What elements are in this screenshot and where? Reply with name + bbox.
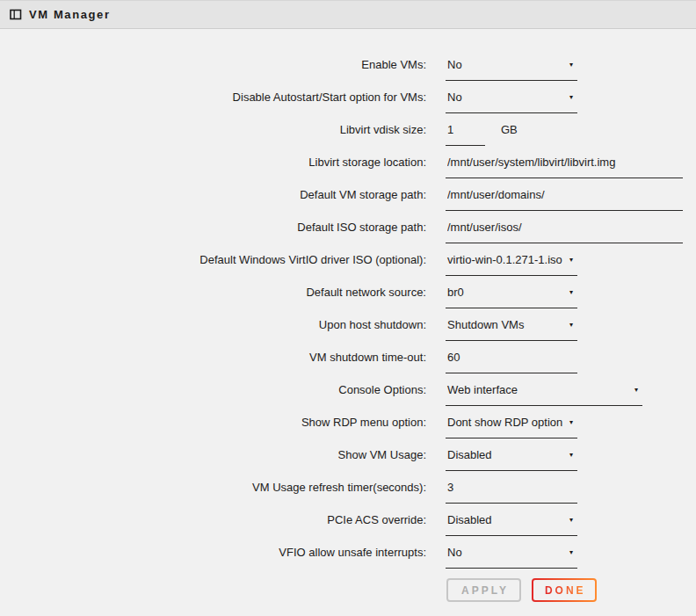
field-label-vm-shutdown-timeout: VM shutdown time-out:	[0, 351, 426, 365]
vfio-allow-unsafe-interrupts-selected-value: No	[446, 546, 462, 560]
field-label-vfio-allow-unsafe-interrupts: VFIO allow unsafe interrupts:	[0, 546, 426, 560]
disable-autostart-select[interactable]: No▾	[446, 91, 577, 113]
libvirt-vdisk-size-field	[446, 123, 485, 146]
pcie-acs-override-selected-value: Disabled	[446, 513, 492, 527]
form-row-enable-vms: Enable VMs:No▾	[0, 58, 696, 81]
page-title: VM Manager	[29, 8, 111, 21]
field-label-disable-autostart: Disable Autostart/Start option for VMs:	[0, 91, 426, 105]
vm-shutdown-timeout-field	[446, 351, 577, 373]
form-row-default-vm-storage-path: Default VM storage path:	[0, 188, 696, 211]
vm-usage-refresh-timer-field	[446, 481, 577, 504]
form-row-disable-autostart: Disable Autostart/Start option for VMs:N…	[0, 91, 696, 113]
dropdown-arrow-icon: ▾	[569, 322, 573, 329]
disable-autostart-selected-value: No	[446, 91, 462, 105]
default-network-source-select[interactable]: br0▾	[446, 286, 577, 308]
done-button-border: DONE	[532, 578, 597, 602]
form-row-default-network-source: Default network source:br0▾	[0, 286, 696, 308]
form-row-show-rdp-menu-option: Show RDP menu option:Dont show RDP optio…	[0, 416, 696, 438]
upon-host-shutdown-selected-value: Shutdown VMs	[446, 318, 524, 332]
done-button-label: DONE	[545, 584, 586, 597]
form-actions: APPLY DONE	[446, 578, 696, 602]
libvirt-storage-location-input[interactable]	[446, 156, 683, 170]
vm-manager-settings-form: Enable VMs:No▾Disable Autostart/Start op…	[0, 29, 696, 602]
libvirt-vdisk-size-unit-label: GB	[501, 123, 518, 137]
dropdown-arrow-icon: ▾	[569, 517, 573, 524]
upon-host-shutdown-select[interactable]: Shutdown VMs▾	[446, 318, 577, 341]
enable-vms-selected-value: No	[446, 58, 462, 72]
console-options-selected-value: Web interface	[446, 383, 518, 397]
default-vm-storage-path-input[interactable]	[446, 188, 683, 202]
form-row-libvirt-vdisk-size: Libvirt vdisk size:GB	[0, 123, 696, 146]
pcie-acs-override-select[interactable]: Disabled▾	[446, 513, 577, 536]
dropdown-arrow-icon: ▾	[569, 94, 573, 101]
dropdown-arrow-icon: ▾	[569, 289, 573, 296]
form-rows: Enable VMs:No▾Disable Autostart/Start op…	[0, 58, 696, 569]
page-header: VM Manager	[0, 0, 696, 29]
form-row-libvirt-storage-location: Libvirt storage location:	[0, 156, 696, 178]
enable-vms-select[interactable]: No▾	[446, 58, 577, 81]
field-label-libvirt-storage-location: Libvirt storage location:	[0, 156, 426, 170]
show-rdp-menu-option-selected-value: Dont show RDP option	[446, 416, 562, 430]
vm-manager-columns-icon	[10, 9, 22, 20]
form-row-vm-shutdown-timeout: VM shutdown time-out:	[0, 351, 696, 373]
field-label-default-vm-storage-path: Default VM storage path:	[0, 188, 426, 202]
field-label-libvirt-vdisk-size: Libvirt vdisk size:	[0, 123, 426, 137]
default-virtio-driver-iso-selected-value: virtio-win-0.1.271-1.iso	[446, 253, 562, 267]
dropdown-arrow-icon: ▾	[569, 549, 573, 556]
form-row-default-iso-storage-path: Default ISO storage path:	[0, 221, 696, 243]
field-label-show-rdp-menu-option: Show RDP menu option:	[0, 416, 426, 430]
field-label-default-virtio-driver-iso: Default Windows VirtIO driver ISO (optio…	[0, 253, 426, 267]
default-vm-storage-path-field	[446, 188, 683, 211]
form-row-pcie-acs-override: PCIe ACS override:Disabled▾	[0, 513, 696, 536]
form-row-default-virtio-driver-iso: Default Windows VirtIO driver ISO (optio…	[0, 253, 696, 276]
dropdown-arrow-icon: ▾	[569, 452, 573, 459]
libvirt-vdisk-size-input[interactable]	[446, 123, 485, 137]
dropdown-arrow-icon: ▾	[569, 62, 573, 69]
dropdown-arrow-icon: ▾	[569, 257, 573, 264]
vm-usage-refresh-timer-input[interactable]	[446, 481, 577, 495]
field-label-default-iso-storage-path: Default ISO storage path:	[0, 221, 426, 235]
default-iso-storage-path-field	[446, 221, 683, 243]
field-label-show-vm-usage: Show VM Usage:	[0, 448, 426, 462]
form-row-show-vm-usage: Show VM Usage:Disabled▾	[0, 448, 696, 471]
show-vm-usage-select[interactable]: Disabled▾	[446, 448, 577, 471]
show-rdp-menu-option-select[interactable]: Dont show RDP option▾	[446, 416, 577, 438]
field-label-enable-vms: Enable VMs:	[0, 58, 426, 72]
form-row-console-options: Console Options:Web interface▾	[0, 383, 696, 406]
vm-shutdown-timeout-input[interactable]	[446, 351, 577, 365]
apply-button[interactable]: APPLY	[446, 578, 521, 602]
field-label-console-options: Console Options:	[0, 383, 426, 397]
field-label-pcie-acs-override: PCIe ACS override:	[0, 513, 426, 527]
show-vm-usage-selected-value: Disabled	[446, 448, 492, 462]
dropdown-arrow-icon: ▾	[569, 419, 573, 426]
default-virtio-driver-iso-select[interactable]: virtio-win-0.1.271-1.iso▾	[446, 253, 577, 276]
default-network-source-selected-value: br0	[446, 286, 464, 300]
console-options-select[interactable]: Web interface▾	[446, 383, 642, 406]
form-row-upon-host-shutdown: Upon host shutdown:Shutdown VMs▾	[0, 318, 696, 341]
dropdown-arrow-icon: ▾	[634, 387, 638, 394]
field-label-upon-host-shutdown: Upon host shutdown:	[0, 318, 426, 332]
form-row-vm-usage-refresh-timer: VM Usage refresh timer(seconds):	[0, 481, 696, 504]
default-iso-storage-path-input[interactable]	[446, 221, 683, 235]
field-label-vm-usage-refresh-timer: VM Usage refresh timer(seconds):	[0, 481, 426, 495]
form-row-vfio-allow-unsafe-interrupts: VFIO allow unsafe interrupts:No▾	[0, 546, 696, 569]
done-button[interactable]: DONE	[533, 580, 595, 600]
field-label-default-network-source: Default network source:	[0, 286, 426, 300]
libvirt-storage-location-field	[446, 156, 683, 178]
vfio-allow-unsafe-interrupts-select[interactable]: No▾	[446, 546, 577, 569]
